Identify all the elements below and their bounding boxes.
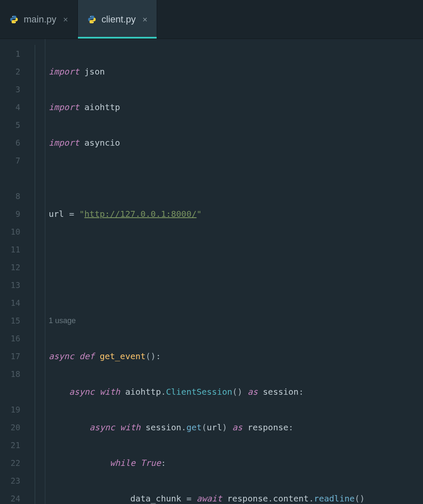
svg-point-1 — [15, 22, 16, 23]
line-number: 1 — [0, 45, 26, 63]
usage-inlay[interactable]: 1 usage — [49, 312, 423, 330]
fold-gutter — [26, 39, 45, 504]
line-number: 21 — [0, 436, 26, 454]
url-literal: http://127.0.0.1:8000/ — [84, 209, 196, 219]
line-number: 6 — [0, 134, 26, 152]
line-number: 16 — [0, 330, 26, 347]
tab-label: client.py — [102, 14, 136, 25]
code-line[interactable]: import json — [49, 63, 423, 80]
line-number: 22 — [0, 454, 26, 472]
line-number: 19 — [0, 401, 26, 418]
close-icon[interactable]: × — [61, 14, 70, 25]
line-number: 17 — [0, 347, 26, 365]
code-line[interactable] — [49, 276, 423, 294]
code-line[interactable]: async def get_event(): — [49, 347, 423, 365]
line-number: 14 — [0, 294, 26, 312]
code-line[interactable]: import asyncio — [49, 134, 423, 152]
code-line[interactable] — [49, 169, 423, 187]
svg-point-3 — [93, 22, 94, 23]
line-number: 9 — [0, 205, 26, 223]
line-number-gutter: 1 2 3 4 5 6 7 8 9 10 11 12 13 14 15 16 1… — [0, 39, 26, 504]
line-number: 18 — [0, 365, 26, 383]
line-number: 13 — [0, 276, 26, 294]
tab-main-py[interactable]: main.py × — [0, 0, 78, 39]
line-number: 10 — [0, 223, 26, 241]
python-file-icon — [9, 15, 19, 24]
line-number: 24 — [0, 490, 26, 504]
line-number: 20 — [0, 418, 26, 436]
close-icon[interactable]: × — [141, 14, 149, 25]
code-line[interactable]: url = "http://127.0.0.1:8000/" — [49, 205, 423, 223]
code-line[interactable]: import aiohttp — [49, 98, 423, 116]
python-file-icon — [87, 15, 97, 24]
code-line[interactable]: data_chunk = await response.content.read… — [49, 490, 423, 504]
code-line[interactable] — [49, 241, 423, 258]
line-number: 4 — [0, 98, 26, 116]
tab-bar: main.py × client.py × — [0, 0, 423, 39]
code-area[interactable]: import json import aiohttp import asynci… — [45, 39, 423, 504]
code-line[interactable]: async with session.get(url) as response: — [49, 418, 423, 436]
line-number: 15 — [0, 312, 26, 330]
line-number: 5 — [0, 116, 26, 134]
line-number: 12 — [0, 258, 26, 276]
code-line[interactable]: while True: — [49, 454, 423, 472]
tab-label: main.py — [24, 14, 56, 25]
line-number: 11 — [0, 241, 26, 258]
svg-point-0 — [12, 16, 13, 17]
svg-point-2 — [90, 16, 91, 17]
tab-client-py[interactable]: client.py × — [78, 0, 157, 39]
line-number: 8 — [0, 187, 26, 205]
code-editor[interactable]: 1 2 3 4 5 6 7 8 9 10 11 12 13 14 15 16 1… — [0, 39, 423, 504]
code-line[interactable]: async with aiohttp.ClientSession() as se… — [49, 383, 423, 401]
line-number: 2 — [0, 63, 26, 80]
line-number: 23 — [0, 472, 26, 490]
line-number: 3 — [0, 80, 26, 98]
line-number: 7 — [0, 152, 26, 169]
